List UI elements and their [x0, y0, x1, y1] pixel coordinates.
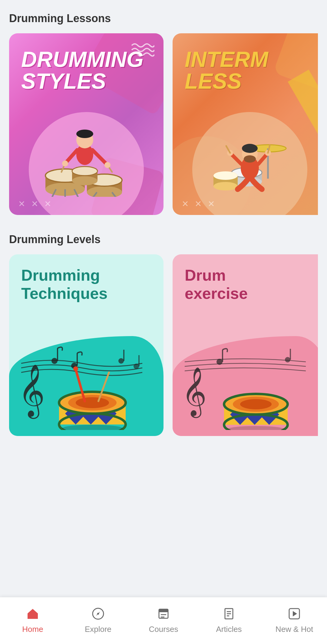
svg-point-44: [242, 144, 258, 153]
svg-text:𝄞: 𝄞: [18, 365, 45, 419]
bottom-navigation: Home Explore Courses: [0, 597, 327, 644]
new-hot-label: New & Hot: [276, 625, 313, 634]
home-icon: [26, 607, 39, 622]
svg-point-52: [51, 358, 58, 364]
explore-label: Explore: [85, 625, 111, 634]
levels-cards-row: Drumming Techniques 𝄞: [9, 254, 318, 436]
svg-point-70: [76, 397, 109, 408]
svg-point-56: [118, 358, 124, 364]
nav-item-home[interactable]: Home: [0, 603, 65, 639]
svg-point-22: [76, 130, 93, 138]
nav-item-explore[interactable]: Explore: [65, 603, 131, 639]
explore-icon: [92, 607, 104, 622]
lessons-cards-row: DRUMMING STYLES: [9, 33, 318, 215]
svg-point-80: [285, 357, 290, 362]
svg-point-95: [227, 426, 285, 430]
drum-techniques-illustration: 𝄞: [15, 339, 145, 430]
nav-item-new-hot[interactable]: New & Hot: [262, 603, 327, 639]
drum-exercise-title: Drum exercise: [185, 266, 248, 303]
main-content: Drumming Lessons DRUMMING STYLES: [0, 0, 327, 503]
home-label: Home: [22, 625, 43, 634]
drumming-styles-title: DRUMMING STYLES: [21, 48, 144, 92]
drum-exercise-illustration: 𝄞: [179, 339, 309, 430]
svg-point-40: [213, 171, 238, 180]
intermediate-lessons-title: INTERM LESS: [185, 48, 268, 92]
svg-point-58: [134, 364, 139, 369]
svg-rect-96: [31, 616, 34, 619]
articles-icon: [223, 607, 235, 622]
drummer-illustration-2: [201, 118, 298, 197]
levels-section-title: Drumming Levels: [9, 233, 318, 246]
lesson-card-1-stars: ✕ ✕ ✕: [18, 199, 51, 209]
drumming-techniques-title: Drumming Techniques: [21, 266, 107, 303]
new-hot-icon: [288, 607, 301, 622]
svg-text:𝄞: 𝄞: [182, 368, 207, 418]
lesson-card-intermediate[interactable]: INTERM LESS: [173, 33, 318, 215]
courses-icon: [157, 607, 170, 622]
lesson-card-drumming-styles[interactable]: DRUMMING STYLES: [9, 33, 164, 215]
svg-point-39: [213, 182, 238, 190]
nav-item-articles[interactable]: Articles: [196, 603, 262, 639]
drummer-illustration-1: [38, 118, 135, 197]
courses-label: Courses: [149, 625, 178, 634]
level-card-drumming-techniques[interactable]: Drumming Techniques 𝄞: [9, 254, 164, 436]
svg-point-28: [104, 162, 111, 168]
lesson-card-2-stars: ✕ ✕ ✕: [182, 199, 215, 209]
svg-point-76: [62, 425, 123, 430]
svg-point-92: [240, 399, 272, 409]
svg-line-24: [92, 150, 107, 165]
articles-label: Articles: [216, 625, 242, 634]
svg-point-17: [72, 176, 97, 185]
svg-point-43: [244, 155, 256, 163]
svg-marker-109: [293, 611, 297, 616]
level-card-drum-exercise[interactable]: Drum exercise 𝄞: [173, 254, 318, 436]
lessons-section-title: Drumming Lessons: [9, 12, 318, 25]
svg-point-99: [97, 613, 99, 615]
svg-rect-101: [159, 609, 168, 612]
svg-point-74: [73, 366, 78, 371]
nav-item-courses[interactable]: Courses: [131, 603, 196, 639]
svg-point-27: [62, 160, 68, 167]
